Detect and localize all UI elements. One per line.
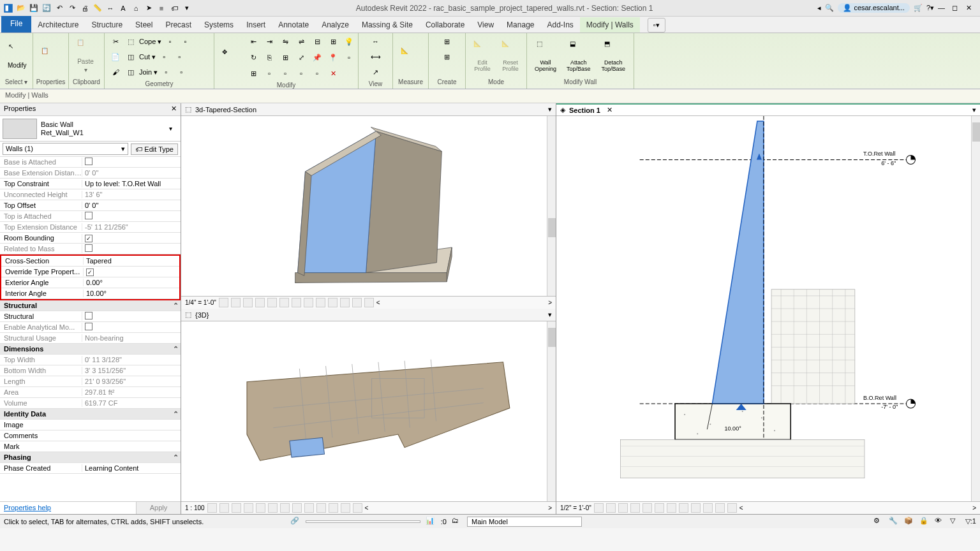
property-row[interactable]: Structural: [0, 311, 181, 322]
dimension-icon[interactable]: ↔: [105, 3, 116, 14]
sync-icon[interactable]: 🔄: [41, 3, 52, 14]
measure-icon[interactable]: 📏: [92, 3, 103, 14]
vc-9[interactable]: [316, 298, 325, 307]
vc-11[interactable]: [340, 298, 350, 307]
tab-collaborate[interactable]: Collaborate: [419, 17, 471, 33]
tab-precast[interactable]: Precast: [159, 17, 198, 33]
tab-architecture[interactable]: Architecture: [31, 17, 85, 33]
offset-icon[interactable]: ⇥: [262, 34, 276, 48]
property-row[interactable]: Phase CreatedLearning Content: [0, 463, 181, 474]
vc-4[interactable]: [255, 298, 265, 307]
st-icon2[interactable]: 📊: [426, 517, 436, 527]
st-i3[interactable]: 📦: [904, 517, 914, 527]
properties-grid[interactable]: Base is AttachedBase Extension Distance0…: [0, 157, 181, 501]
panel-select[interactable]: Select ▾: [0, 78, 33, 89]
tab-manage[interactable]: Manage: [500, 17, 540, 33]
vc-6[interactable]: [279, 298, 289, 307]
view-icon1[interactable]: ↔: [369, 34, 383, 48]
scale-icon[interactable]: ⤢: [294, 50, 308, 64]
property-row[interactable]: Exterior Angle0.00°: [1, 277, 179, 288]
property-row[interactable]: Override Type Propert...✓: [1, 267, 179, 277]
help-icon[interactable]: ?▾: [926, 4, 934, 12]
tab-insert[interactable]: Insert: [240, 17, 272, 33]
st-icon1[interactable]: 🔗: [290, 517, 301, 527]
close-icon[interactable]: ✕: [966, 4, 976, 13]
reset-profile-button[interactable]: 📐Reset Profile: [498, 39, 523, 73]
delete-icon[interactable]: ✕: [326, 66, 340, 80]
apply-button[interactable]: Apply: [136, 502, 181, 514]
text-icon[interactable]: A: [117, 3, 129, 14]
match-icon[interactable]: 🖌: [108, 65, 122, 79]
view-menu-icon[interactable]: ▾: [548, 105, 552, 114]
property-row[interactable]: Room Bounding✓: [0, 233, 181, 244]
move-button[interactable]: ✥: [218, 47, 244, 68]
copy-icon[interactable]: ⎘: [262, 50, 276, 64]
home-icon[interactable]: ⌂: [130, 3, 142, 14]
tab-massing[interactable]: Massing & Site: [355, 17, 419, 33]
align-icon[interactable]: ⇤: [246, 34, 260, 48]
property-row[interactable]: Top Offset0' 0": [0, 200, 181, 211]
light-icon[interactable]: 💡: [342, 34, 356, 48]
app-logo[interactable]: [3, 3, 14, 14]
mirror-icon[interactable]: ⇋: [278, 34, 292, 48]
view-icon3[interactable]: ↗: [369, 65, 383, 79]
pin-icon[interactable]: 📌: [310, 50, 324, 64]
trim-icon[interactable]: ⊞: [326, 34, 340, 48]
save-icon[interactable]: 💾: [28, 3, 40, 14]
st-i2[interactable]: 🔧: [889, 517, 899, 527]
view-cube-icon[interactable]: ⬚: [185, 105, 191, 114]
list-icon[interactable]: ≡: [156, 3, 167, 14]
scrollbar-v3[interactable]: [971, 116, 980, 501]
undo-icon[interactable]: ↶: [54, 3, 65, 14]
property-row[interactable]: Mark: [0, 441, 181, 452]
tab-view[interactable]: View: [471, 17, 500, 33]
create-icon2[interactable]: ⊞: [440, 50, 454, 64]
props-close-icon[interactable]: ✕: [171, 105, 177, 114]
modify-button[interactable]: ↖Modify: [4, 41, 30, 70]
file-tab[interactable]: File: [1, 16, 31, 33]
open-icon[interactable]: 📂: [15, 3, 27, 14]
view-tab-3d[interactable]: {3D}: [195, 311, 209, 319]
view-icon2[interactable]: ⟷: [369, 50, 383, 64]
vc-8[interactable]: [304, 298, 313, 307]
paste-button[interactable]: 📋Paste▾: [73, 38, 98, 75]
st-i5[interactable]: 👁: [935, 517, 945, 527]
cut-icon[interactable]: ✂: [108, 34, 122, 48]
tab-more-icon[interactable]: ▫▾: [648, 18, 665, 33]
property-group[interactable]: Phasing⌃: [0, 452, 181, 463]
st-i6[interactable]: ▽: [950, 517, 960, 527]
attach-button[interactable]: ⬓Attach Top/Base: [563, 39, 595, 73]
rotate-icon[interactable]: ↻: [246, 50, 260, 64]
tab-steel[interactable]: Steel: [129, 17, 159, 33]
join-icon[interactable]: ◫: [124, 65, 138, 79]
st-i1[interactable]: ⚙: [873, 517, 884, 527]
mirror2-icon[interactable]: ⇌: [294, 34, 308, 48]
st-combo1[interactable]: [306, 520, 420, 523]
properties-help-link[interactable]: Properties help: [0, 502, 136, 514]
property-group[interactable]: Identity Data⌃: [0, 409, 181, 420]
tab-analyze[interactable]: Analyze: [315, 17, 355, 33]
type-dropdown-icon[interactable]: ▾: [169, 125, 178, 132]
vc-3[interactable]: [243, 298, 253, 307]
view-tab-3d-tapered[interactable]: 3d-Tapered-Section: [195, 106, 256, 114]
view-3d-tapered[interactable]: [181, 116, 556, 296]
split-icon[interactable]: ⊟: [310, 34, 324, 48]
more5-icon[interactable]: ▫: [310, 66, 324, 80]
more4-icon[interactable]: ▫: [294, 66, 308, 80]
wall-opening-button[interactable]: ⬚Wall Opening: [531, 39, 560, 73]
view-tab-section1[interactable]: Section 1: [569, 107, 600, 114]
vc-1[interactable]: [219, 298, 228, 307]
redo-icon[interactable]: ↷: [66, 3, 78, 14]
properties-button[interactable]: 📋: [37, 46, 63, 66]
left-arrow-icon[interactable]: ◂: [817, 4, 821, 12]
vc-7[interactable]: [292, 298, 301, 307]
detach-button[interactable]: ⬒Detach Top/Base: [597, 39, 630, 73]
tab-structure[interactable]: Structure: [85, 17, 129, 33]
view-3d[interactable]: [181, 321, 556, 501]
cart-icon[interactable]: 🛒: [914, 4, 923, 12]
minimize-icon[interactable]: —: [938, 4, 948, 13]
view-section[interactable]: T.O.Ret Wall 6' - 6" B.O.Ret Wall -7' - …: [556, 116, 980, 501]
property-row[interactable]: Cross-SectionTapered: [1, 256, 179, 267]
scale-label3[interactable]: 1/2" = 1'-0": [560, 504, 591, 511]
print-icon[interactable]: 🖨: [79, 3, 91, 14]
